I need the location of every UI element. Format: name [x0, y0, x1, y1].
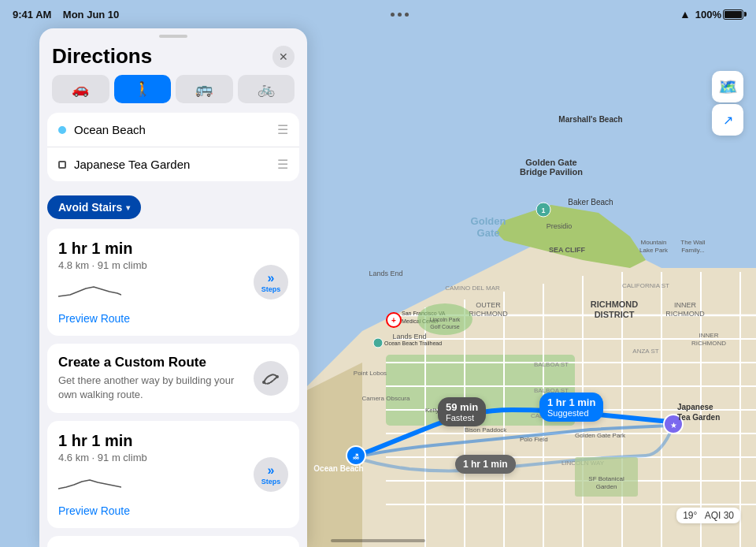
transport-walk[interactable]: 🚶 — [114, 75, 172, 103]
origin-drag: ☰ — [277, 122, 288, 137]
directions-panel: Directions ✕ 🚗 🚶 🚌 🚲 Ocean Beach ☰ Japan… — [39, 28, 307, 547]
route-1-detail: 4.8 km · 91 m climb — [58, 259, 244, 271]
route-2-time: 1 hr 1 min — [58, 432, 244, 450]
route-2-detail: 4.6 km · 91 m climb — [58, 452, 244, 463]
route-2-steps-button[interactable]: » Steps — [254, 457, 288, 492]
svg-text:INNER: INNER — [674, 301, 697, 309]
custom-route-info: Create a Custom Route Get there another … — [58, 355, 244, 402]
bubble-label-fastest: Fastest — [446, 413, 478, 422]
time: 9:41 AM — [13, 9, 51, 20]
svg-point-54 — [373, 338, 383, 348]
temperature-badge: 19° AQI 30 — [676, 508, 740, 523]
location-button[interactable]: ↗ — [712, 104, 743, 136]
route-2-elevation — [58, 470, 121, 492]
dest-dot — [58, 161, 66, 169]
transport-bike[interactable]: 🚲 — [238, 75, 295, 103]
bubble-time-fastest: 59 min — [446, 401, 478, 413]
dot-2 — [398, 13, 402, 17]
svg-text:+: + — [391, 316, 396, 325]
svg-text:Lincoln Park: Lincoln Park — [430, 317, 461, 322]
dest-row[interactable]: Japanese Tea Garden ☰ — [47, 147, 299, 181]
custom-route-card[interactable]: Create a Custom Route Get there another … — [47, 344, 299, 413]
home-indicator — [331, 539, 425, 542]
svg-text:Ocean Beach: Ocean Beach — [313, 464, 363, 473]
panel-title: Directions — [52, 44, 152, 69]
status-time-date: 9:41 AM Mon Jun 10 — [13, 9, 119, 20]
date: Mon Jun 10 — [63, 9, 120, 20]
svg-text:Mountain: Mountain — [641, 239, 667, 246]
dest-name: Japanese Tea Garden — [74, 158, 269, 171]
svg-text:SF Botanical: SF Botanical — [588, 475, 624, 482]
svg-text:Bison Paddock: Bison Paddock — [465, 426, 507, 434]
svg-text:Lands End: Lands End — [369, 270, 402, 277]
steps-chevrons-2: » — [268, 464, 275, 477]
svg-text:OUTER: OUTER — [476, 301, 501, 309]
svg-text:Tea Garden: Tea Garden — [677, 413, 720, 422]
svg-text:Gate: Gate — [477, 227, 500, 239]
chevron-down-icon: ▾ — [126, 203, 130, 212]
map-type-button[interactable]: 🗺️ — [712, 71, 743, 102]
origin-name: Ocean Beach — [74, 123, 269, 136]
suggested-route-bubble[interactable]: 1 hr 1 min Suggested — [539, 393, 603, 422]
options-row: Avoid Stairs ▾ — [39, 189, 307, 229]
svg-text:RICHMOND: RICHMOND — [591, 300, 639, 309]
battery-container: 100% — [695, 9, 743, 20]
route-1-steps-button[interactable]: » Steps — [254, 265, 288, 300]
map-buttons: 🗺️ ↗ — [712, 71, 743, 136]
route-card-3[interactable]: 59 min 4.6 km · 91 m climb » Steps — [47, 536, 299, 547]
battery-bar — [723, 9, 743, 20]
svg-text:Lake Park: Lake Park — [639, 247, 669, 254]
svg-text:Golden Gate: Golden Gate — [525, 158, 576, 167]
panel-handle — [159, 35, 187, 38]
status-bar: 9:41 AM Mon Jun 10 ▲ 100% — [0, 0, 756, 28]
battery-fill — [724, 11, 742, 18]
svg-text:BALBOA ST: BALBOA ST — [534, 361, 569, 368]
route-card-2[interactable]: 1 hr 1 min 4.6 km · 91 m climb Preview R… — [47, 421, 299, 528]
route-card-1[interactable]: 1 hr 1 min 4.8 km · 91 m climb Preview R… — [47, 229, 299, 336]
svg-text:CALIFORNIA ST: CALIFORNIA ST — [622, 282, 669, 289]
svg-text:Golf Course: Golf Course — [430, 324, 459, 329]
steps-label-2: Steps — [261, 478, 281, 486]
steps-label-1: Steps — [261, 285, 281, 293]
third-route-bubble[interactable]: 1 hr 1 min — [455, 455, 516, 474]
svg-text:★: ★ — [670, 421, 677, 430]
svg-text:Bridge Pavilion: Bridge Pavilion — [520, 167, 583, 177]
svg-text:RICHMOND: RICHMOND — [469, 310, 508, 318]
svg-text:The Wall: The Wall — [680, 239, 705, 246]
origin-dot — [58, 126, 66, 134]
svg-text:Camera Obscura: Camera Obscura — [362, 395, 410, 402]
fastest-route-bubble[interactable]: 59 min Fastest — [438, 397, 486, 426]
status-right: ▲ 100% — [680, 8, 743, 20]
dot-1 — [391, 13, 395, 17]
svg-text:1: 1 — [541, 207, 545, 214]
svg-text:🏖: 🏖 — [353, 453, 359, 460]
route-1-time: 1 hr 1 min — [58, 240, 244, 258]
svg-text:INNER: INNER — [699, 332, 719, 339]
svg-text:CAMINO DEL MAR: CAMINO DEL MAR — [445, 285, 500, 292]
route-1-elevation — [58, 277, 121, 300]
transport-modes: 🚗 🚶 🚌 🚲 — [39, 75, 307, 113]
svg-text:RICHMOND: RICHMOND — [665, 310, 705, 318]
svg-text:RICHMOND: RICHMOND — [691, 340, 726, 347]
transport-transit[interactable]: 🚌 — [176, 75, 233, 103]
svg-text:Ocean Beach Trailhead: Ocean Beach Trailhead — [384, 340, 442, 346]
svg-text:Garden: Garden — [596, 483, 617, 490]
close-button[interactable]: ✕ — [272, 46, 295, 68]
svg-text:Presidio: Presidio — [547, 222, 573, 230]
avoid-stairs-button[interactable]: Avoid Stairs ▾ — [47, 195, 141, 219]
origin-row[interactable]: Ocean Beach ☰ — [47, 113, 299, 147]
svg-text:Golden Gate Park: Golden Gate Park — [575, 432, 626, 439]
location-icon: ↗ — [723, 113, 733, 128]
custom-route-title: Create a Custom Route — [58, 355, 244, 370]
route-1-preview[interactable]: Preview Route — [58, 312, 288, 325]
transport-car[interactable]: 🚗 — [52, 75, 109, 103]
custom-route-svg — [261, 369, 280, 388]
svg-text:Baker Beach: Baker Beach — [568, 198, 613, 207]
svg-text:Point Lobos: Point Lobos — [354, 370, 387, 377]
svg-text:Japanese: Japanese — [677, 403, 713, 411]
avoid-label: Avoid Stairs — [58, 201, 122, 214]
svg-text:Polo Field: Polo Field — [520, 436, 548, 443]
svg-point-77 — [276, 375, 279, 378]
svg-text:DISTRICT: DISTRICT — [595, 310, 635, 319]
route-2-preview[interactable]: Preview Route — [58, 504, 288, 517]
